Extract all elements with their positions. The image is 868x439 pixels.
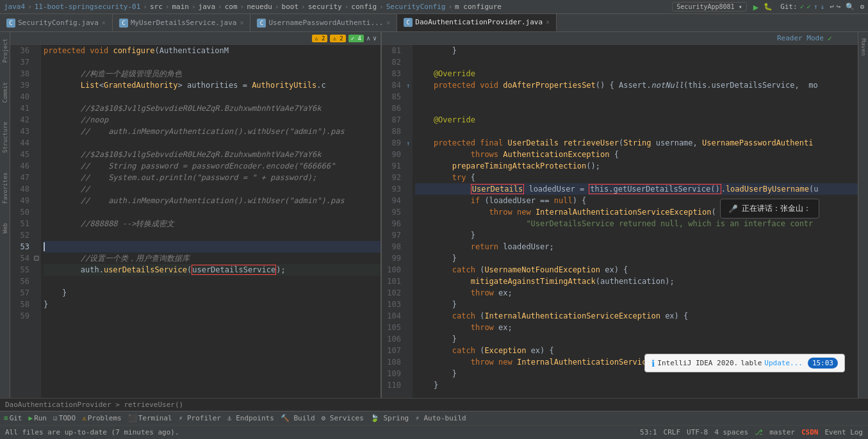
warning-bar: ⚠ 2 ⚠ 2 ✓ 4 ∧ ∨: [10, 32, 381, 45]
endpoints-toolbar-btn[interactable]: ⚓ Endpoints: [227, 414, 274, 422]
ij-toast: ℹ IntelliJ IDEA 2020. lable Update... 15…: [644, 354, 845, 372]
run-toolbar-btn[interactable]: Run: [34, 414, 47, 422]
right-panel-header: Reader Mode ✓: [382, 32, 858, 45]
breadcrumb-project[interactable]: 11-boot-springsecurity-01: [35, 3, 141, 11]
sidebar-favorites[interactable]: Favorites: [2, 172, 8, 204]
main-area: Project Commit Structure Favorites Web ⚠…: [0, 32, 868, 398]
top-bar: java4 › 11-boot-springsecurity-01 › src …: [0, 0, 868, 14]
autobuild-toolbar-btn[interactable]: ⚡ Auto-build: [415, 414, 466, 422]
sidebar-commit[interactable]: Commit: [2, 82, 8, 103]
breadcrumb-com: com: [225, 3, 238, 11]
arrow-up-icon: ↑: [814, 3, 818, 11]
ij-lable2: lable: [741, 359, 762, 367]
right-code-content[interactable]: 8182838485 8687888990 9192939495 9697989…: [382, 45, 858, 398]
ij-update-link[interactable]: Update...: [764, 359, 803, 367]
redo-button[interactable]: ↪: [837, 3, 841, 11]
branch-name: master: [769, 428, 795, 436]
speaking-toast: 🎤 正在讲话：张金山：: [720, 199, 819, 219]
time-badge: 15:03: [808, 358, 838, 369]
mic-icon: 🎤: [728, 204, 738, 213]
breadcrumb-src: src: [150, 3, 163, 11]
close-icon4[interactable]: ×: [546, 19, 550, 26]
left-code-panel: ⚠ 2 ⚠ 2 ✓ 4 ∧ ∨ 3637383940 4142434445 46…: [10, 32, 382, 398]
tab-label2: MyUserDetailsService.java: [131, 19, 237, 27]
maven-label[interactable]: Maven: [860, 38, 867, 56]
line-ending: CRLF: [664, 428, 681, 436]
build-toolbar-btn[interactable]: 🔨 Build: [281, 414, 315, 422]
indent: 4 spaces: [714, 428, 748, 436]
breadcrumb-configure: m configure: [455, 3, 502, 11]
breadcrumb-bar: DaoAuthenticationProvider > retrieveUser…: [0, 398, 868, 411]
reader-mode-checkmark: ✓: [828, 34, 832, 43]
sidebar-web[interactable]: Web: [2, 223, 8, 233]
terminal-toolbar-icon: ⬛: [128, 414, 137, 422]
ij-label: IntelliJ IDEA 2020.: [657, 359, 738, 367]
tab-label3: UsernamePasswordAuthenti...: [268, 19, 383, 27]
problems-toolbar-icon: ⚠: [82, 414, 86, 422]
debug-button[interactable]: 🐛: [764, 3, 773, 11]
csdn-logo: CSDN: [801, 428, 819, 436]
settings-button[interactable]: ⚙: [860, 3, 864, 11]
close-icon3[interactable]: ×: [386, 19, 390, 26]
profiler-toolbar-btn[interactable]: ⚡ Profiler: [179, 414, 221, 422]
services-toolbar-btn[interactable]: ⚙ Services: [322, 414, 364, 422]
tab-icon-c3: C: [257, 19, 266, 28]
checkmark2-icon: ✓: [807, 3, 811, 11]
arrow-down-icon: ↓: [821, 3, 825, 11]
breadcrumb-main: main: [172, 3, 189, 11]
problems-toolbar-btn[interactable]: Problems: [88, 414, 122, 422]
breadcrumb-java4[interactable]: java4: [4, 3, 25, 11]
git-label: Git:: [780, 3, 798, 11]
event-log-btn[interactable]: Event Log: [824, 428, 863, 436]
tab-usernamepassword[interactable]: C UsernamePasswordAuthenti... ×: [250, 14, 397, 31]
tab-icon-c: C: [6, 19, 15, 28]
status-right: 53:1 CRLF UTF-8 4 spaces ⎇ master CSDN E…: [640, 428, 863, 436]
breadcrumb-boot: boot: [282, 3, 299, 11]
todo-toolbar-btn[interactable]: TODO: [59, 414, 76, 422]
undo-button[interactable]: ↩: [830, 3, 834, 11]
tab-label: SecurityConfig.java: [18, 19, 99, 27]
close-icon2[interactable]: ×: [240, 19, 243, 26]
right-gutter: ↑ ↑: [404, 45, 413, 398]
tab-icon-c4: C: [404, 18, 413, 27]
left-code-text[interactable]: protected void configure(AuthenticationM…: [41, 45, 381, 398]
cursor-position: 53:1: [640, 428, 657, 436]
status-files-msg: All files are up-to-date (7 minutes ago)…: [5, 428, 179, 436]
left-code-content[interactable]: 3637383940 4142434445 4647484950 5152535…: [10, 45, 381, 398]
run-toolbar-icon: ▶: [29, 414, 33, 422]
warn-badge1: ⚠ 2: [312, 35, 327, 42]
right-line-numbers: 8182838485 8687888990 9192939495 9697989…: [382, 45, 404, 398]
todo-toolbar-icon: ☑: [53, 414, 58, 422]
sidebar-project[interactable]: Project: [2, 38, 8, 63]
info-icon: ℹ: [651, 358, 655, 369]
left-line-numbers: 3637383940 4142434445 4647484950 5152535…: [10, 45, 32, 398]
breadcrumb-securityconfig[interactable]: SecurityConfig: [386, 3, 446, 11]
up-arrow[interactable]: ∧: [366, 35, 370, 42]
status-bar: All files are up-to-date (7 minutes ago)…: [0, 425, 868, 439]
reader-mode-label[interactable]: Reader Mode: [777, 34, 824, 42]
branch-icon: ⎇: [755, 428, 763, 436]
breadcrumb-text: DaoAuthenticationProvider > retrieveUser…: [5, 401, 183, 409]
warn-badge2: ⚠ 2: [330, 35, 345, 42]
right-side-panel: Maven: [858, 32, 868, 398]
git-toolbar-icon: ≡: [4, 414, 8, 422]
left-gutter-icons: □: [32, 45, 41, 398]
ok-badge: ✓ 4: [348, 35, 364, 42]
run-button[interactable]: ▶: [753, 2, 758, 12]
spring-toolbar-btn[interactable]: 🍃 Spring: [370, 414, 409, 422]
terminal-toolbar-btn[interactable]: Terminal: [138, 414, 172, 422]
close-icon[interactable]: ×: [102, 19, 106, 26]
tab-myuserdetails[interactable]: C MyUserDetailsService.java ×: [113, 14, 251, 31]
sidebar-structure[interactable]: Structure: [2, 122, 8, 153]
breadcrumb-security: security: [308, 3, 342, 11]
tab-bar: C SecurityConfig.java × C MyUserDetailsS…: [0, 14, 868, 32]
tab-daoprovider[interactable]: C DaoAuthenticationProvider.java ×: [397, 14, 557, 31]
search-button[interactable]: 🔍: [846, 3, 855, 11]
left-sidebar: Project Commit Structure Favorites Web: [0, 32, 10, 398]
down-arrow[interactable]: ∨: [373, 35, 377, 42]
right-code-text[interactable]: } @Override protected void doAfterProper…: [413, 45, 858, 398]
tab-label4: DaoAuthenticationProvider.java: [415, 18, 543, 26]
git-toolbar-btn[interactable]: Git: [10, 414, 22, 422]
tab-securityconfig[interactable]: C SecurityConfig.java ×: [0, 14, 113, 31]
breadcrumb-java: java: [199, 3, 216, 11]
